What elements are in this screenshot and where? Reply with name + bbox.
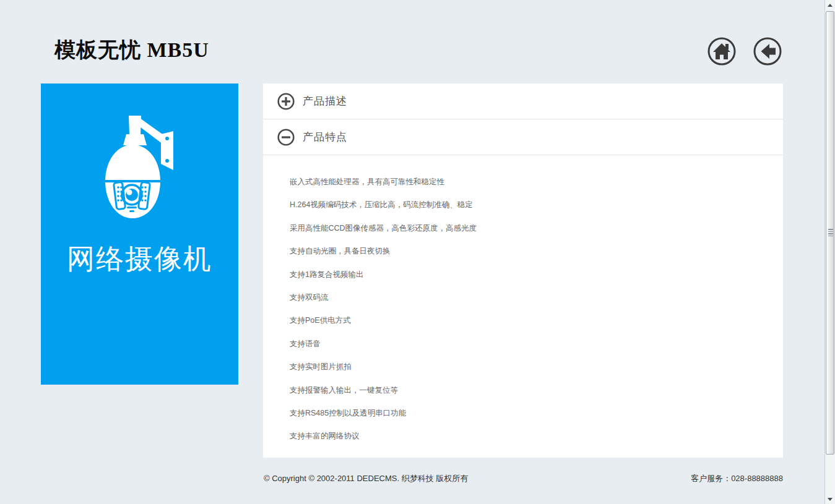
scroll-down-button[interactable]	[825, 494, 835, 504]
scrollbar[interactable]	[824, 0, 835, 504]
accordion-label-description: 产品描述	[303, 94, 347, 108]
accordion-header-features[interactable]: 产品特点	[263, 119, 783, 155]
accordion-header-description[interactable]: 产品描述	[263, 83, 783, 119]
customer-service-text: 客户服务：028-88888888	[691, 473, 783, 484]
feature-item: 支持实时图片抓拍	[290, 356, 771, 378]
feature-item: 支持1路复合视频输出	[290, 263, 771, 286]
scroll-up-button[interactable]	[825, 0, 835, 10]
scrollbar-thumb[interactable]	[826, 11, 834, 455]
scroll-up-arrow-icon	[828, 4, 833, 7]
content-panel: 产品描述 产品特点 嵌入式高性能处理器，具有高可靠性和稳定性 H.264视频编码…	[263, 83, 783, 458]
feature-item: 采用高性能CCD图像传感器，高色彩还原度，高感光度	[290, 217, 771, 240]
home-icon	[707, 36, 737, 66]
page: 模板无忧 MB5U	[0, 0, 835, 504]
expand-plus-icon	[277, 92, 295, 111]
home-button[interactable]	[707, 36, 737, 66]
camera-icon	[103, 116, 177, 220]
accordion-label-features: 产品特点	[303, 130, 347, 144]
feature-item: 支持双码流	[290, 286, 771, 309]
feature-item: H.264视频编码技术，压缩比高，码流控制准确、稳定	[290, 194, 771, 216]
collapse-minus-icon	[277, 128, 295, 147]
copyright-text: © Copyright © 2002-2011 DEDECMS. 织梦科技 版权…	[264, 473, 468, 484]
feature-item: 支持RS485控制以及透明串口功能	[290, 402, 771, 425]
feature-item: 支持丰富的网络协议	[290, 425, 771, 448]
product-name: 网络摄像机	[41, 241, 238, 278]
feature-item: 支持PoE供电方式	[290, 309, 771, 332]
scroll-down-arrow-icon	[828, 498, 833, 501]
feature-item: 支持自动光圈，具备日夜切换	[290, 240, 771, 263]
feature-item: 嵌入式高性能处理器，具有高可靠性和稳定性	[290, 171, 771, 194]
site-title: 模板无忧 MB5U	[54, 36, 209, 64]
feature-item: 支持语音	[290, 333, 771, 356]
scrollbar-grip-icon	[828, 229, 833, 237]
feature-item: 支持报警输入输出，一键复位等	[290, 379, 771, 402]
back-button[interactable]	[753, 36, 782, 66]
back-arrow-icon	[753, 36, 782, 66]
feature-list: 嵌入式高性能处理器，具有高可靠性和稳定性 H.264视频编码技术，压缩比高，码流…	[263, 155, 783, 448]
product-card[interactable]: 网络摄像机	[41, 83, 238, 385]
